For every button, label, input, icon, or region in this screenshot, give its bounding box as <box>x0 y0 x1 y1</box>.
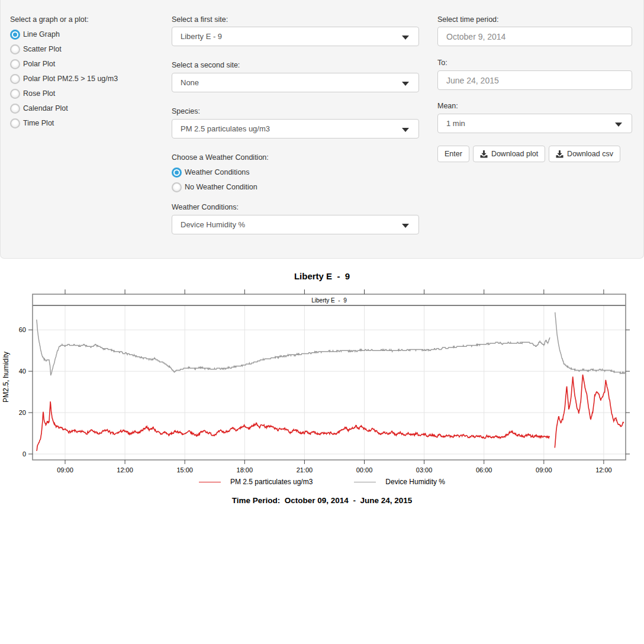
x-tick-label: 00:00 <box>356 466 373 474</box>
download-icon <box>556 150 564 158</box>
weather-conditions-select[interactable]: Device Humidity % <box>172 215 419 234</box>
radio-button-icon[interactable] <box>10 30 20 40</box>
x-tick-label: 09:00 <box>57 466 73 474</box>
x-tick-label: 09:00 <box>536 466 552 474</box>
time-period-to-input[interactable] <box>437 70 632 90</box>
radio-button-icon[interactable] <box>172 168 182 178</box>
legend-item: Device Humidity % <box>354 478 445 486</box>
first-site-select[interactable]: Liberty E - 9 <box>172 27 419 46</box>
radio-button-icon[interactable] <box>172 182 182 192</box>
y-tick-label: 60 <box>19 326 26 333</box>
time-period-column: Select time period: To: Mean: 1 min Ente… <box>437 0 632 258</box>
species-value: PM 2.5 particulates ug/m3 <box>181 124 270 133</box>
facet-strip-label: Liberty E - 9 <box>311 297 347 304</box>
second-site-value: None <box>181 78 199 87</box>
radio-dot <box>175 170 179 175</box>
chevron-down-icon <box>402 128 409 132</box>
plot-type-option-label: Calendar Plot <box>23 104 68 112</box>
control-panel: Select a graph or a plot: Line GraphScat… <box>0 0 644 259</box>
mean-select[interactable]: 1 min <box>437 114 632 133</box>
download-plot-label: Download plot <box>491 150 538 158</box>
plot-type-option-label: Polar Plot <box>23 60 55 68</box>
download-icon <box>480 150 488 158</box>
download-csv-button[interactable]: Download csv <box>549 146 620 162</box>
weather-choice-option-label: No Weather Condition <box>185 183 257 191</box>
legend-line-sample <box>199 482 221 482</box>
weather-choice-label: Choose a Weather Condition: <box>172 153 269 162</box>
plot-type-label: Select a graph or a plot: <box>10 15 89 24</box>
plot-type-option-label: Time Plot <box>23 119 54 127</box>
time-period-from-input[interactable] <box>437 27 632 46</box>
plot-type-option-time-plot[interactable]: Time Plot <box>10 117 54 130</box>
radio-button-icon[interactable] <box>10 89 20 99</box>
time-period-label: Select time period: <box>437 15 499 24</box>
x-tick-label: 03:00 <box>416 466 433 474</box>
weather-choice-option-no-weather-condition[interactable]: No Weather Condition <box>172 181 257 194</box>
mean-value: 1 min <box>446 119 465 128</box>
radio-button-icon[interactable] <box>10 104 20 114</box>
plot-type-option-scatter-plot[interactable]: Scatter Plot <box>10 43 62 56</box>
x-tick-label: 18:00 <box>237 466 253 474</box>
download-csv-label: Download csv <box>567 150 613 158</box>
plot-type-option-calendar-plot[interactable]: Calendar Plot <box>10 102 68 115</box>
second-site-label: Select a second site: <box>172 61 240 69</box>
first-site-label: Select a first site: <box>172 15 228 24</box>
species-label: Species: <box>172 107 200 115</box>
y-tick-label: 20 <box>19 409 26 416</box>
radio-dot <box>13 33 17 37</box>
plot-type-option-label: Polar Plot PM2.5 > 15 ug/m3 <box>23 75 118 83</box>
legend-item: PM 2.5 particulates ug/m3 <box>199 478 313 486</box>
plot-type-option-label: Line Graph <box>23 30 60 38</box>
legend-label: Device Humidity % <box>385 478 445 486</box>
time-period-caption: Time Period: October 09, 2014 - June 24,… <box>0 496 644 505</box>
weather-choice-option-weather-conditions[interactable]: Weather Conditions <box>172 166 250 179</box>
x-tick-label: 21:00 <box>297 466 313 474</box>
weather-choice-option-label: Weather Conditions <box>185 168 250 176</box>
y-tick-label: 40 <box>19 368 26 375</box>
weather-conditions-value: Device Humidity % <box>181 220 245 229</box>
legend-label: PM 2.5 particulates ug/m3 <box>230 478 313 486</box>
site-species-column: Select a first site: Liberty E - 9 Selec… <box>172 0 419 258</box>
plot-type-option-rose-plot[interactable]: Rose Plot <box>10 87 55 100</box>
second-site-select[interactable]: None <box>172 73 419 92</box>
chart-plot: Liberty E - 909:0012:0015:0018:0021:0000… <box>0 287 644 476</box>
plot-type-option-polar-plot-pm2-5-15-ug-m3[interactable]: Polar Plot PM2.5 > 15 ug/m3 <box>10 72 118 85</box>
download-plot-button[interactable]: Download plot <box>473 146 545 162</box>
legend-line-sample <box>354 482 376 482</box>
mean-label: Mean: <box>437 102 458 110</box>
x-tick-label: 15:00 <box>176 466 193 474</box>
chevron-down-icon <box>615 123 622 127</box>
chart-legend: PM 2.5 particulates ug/m3Device Humidity… <box>0 478 644 486</box>
y-axis-label: PM2.5, humidity <box>2 352 10 402</box>
x-tick-label: 12:00 <box>595 466 612 474</box>
species-select[interactable]: PM 2.5 particulates ug/m3 <box>172 119 419 139</box>
plot-type-option-line-graph[interactable]: Line Graph <box>10 28 60 41</box>
chevron-down-icon <box>402 36 409 40</box>
radio-button-icon[interactable] <box>10 59 20 69</box>
plot-type-option-label: Rose Plot <box>23 89 55 98</box>
x-tick-label: 12:00 <box>117 466 133 474</box>
chevron-down-icon <box>402 224 409 228</box>
plot-type-column: Select a graph or a plot: Line GraphScat… <box>10 0 165 258</box>
x-tick-label: 06:00 <box>476 466 492 474</box>
radio-button-icon[interactable] <box>10 74 20 84</box>
chevron-down-icon <box>402 82 409 86</box>
first-site-value: Liberty E - 9 <box>181 32 222 41</box>
chart-title: Liberty E - 9 <box>0 271 644 281</box>
plot-type-option-polar-plot[interactable]: Polar Plot <box>10 57 55 70</box>
action-buttons: Enter Download plot Download csv <box>437 146 620 162</box>
enter-button[interactable]: Enter <box>437 146 469 162</box>
radio-button-icon[interactable] <box>10 44 20 54</box>
to-label: To: <box>437 59 447 67</box>
weather-conditions-label: Weather Conditions: <box>172 203 239 211</box>
radio-button-icon[interactable] <box>10 118 20 128</box>
enter-button-label: Enter <box>445 150 462 158</box>
y-tick-label: 0 <box>22 450 26 458</box>
plot-type-option-label: Scatter Plot <box>23 45 62 53</box>
